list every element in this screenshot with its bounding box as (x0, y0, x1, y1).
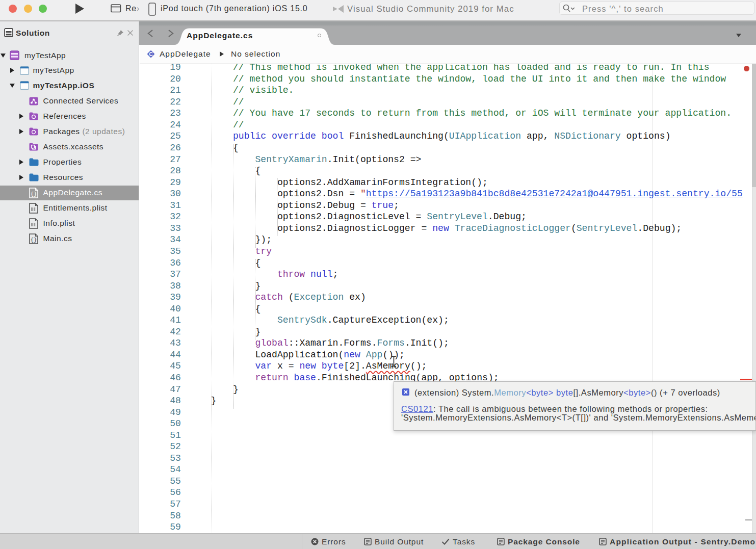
svg-text:{}: {} (30, 191, 37, 197)
svg-text:{}: {} (30, 237, 37, 243)
svg-text:C: C (149, 51, 152, 57)
